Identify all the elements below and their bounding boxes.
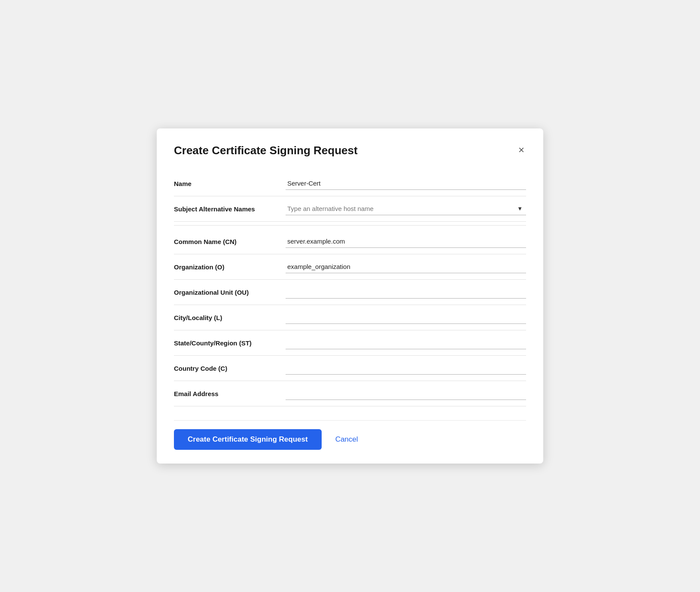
country-input[interactable] <box>286 362 526 375</box>
country-input-wrapper <box>286 362 526 375</box>
san-label: Subject Alternative Names <box>174 205 286 213</box>
name-input-wrapper <box>286 177 526 190</box>
san-chevron-icon[interactable]: ▼ <box>514 204 526 214</box>
dialog-title: Create Certificate Signing Request <box>174 144 358 157</box>
country-row: Country Code (C) <box>174 356 526 381</box>
dialog-header: Create Certificate Signing Request × <box>174 144 526 157</box>
close-button[interactable]: × <box>517 145 526 155</box>
org-unit-input[interactable] <box>286 286 526 299</box>
state-label: State/County/Region (ST) <box>174 339 286 347</box>
org-unit-input-wrapper <box>286 286 526 299</box>
san-input-wrapper: ▼ <box>286 202 526 215</box>
country-label: Country Code (C) <box>174 365 286 372</box>
state-input[interactable] <box>286 336 526 349</box>
san-dropdown-wrapper: ▼ <box>286 202 526 215</box>
org-unit-row: Organizational Unit (OU) <box>174 280 526 305</box>
san-input[interactable] <box>286 202 514 215</box>
organization-input-wrapper <box>286 260 526 273</box>
org-unit-label: Organizational Unit (OU) <box>174 289 286 296</box>
common-name-input[interactable] <box>286 235 526 248</box>
city-row: City/Locality (L) <box>174 305 526 330</box>
csr-form: Name Subject Alternative Names ▼ Common … <box>174 171 526 406</box>
state-input-wrapper <box>286 336 526 349</box>
san-row: Subject Alternative Names ▼ <box>174 196 526 222</box>
city-input[interactable] <box>286 311 526 324</box>
common-name-label: Common Name (CN) <box>174 238 286 245</box>
submit-button[interactable]: Create Certificate Signing Request <box>174 429 322 450</box>
section-divider <box>174 225 526 226</box>
city-label: City/Locality (L) <box>174 314 286 321</box>
state-row: State/County/Region (ST) <box>174 330 526 356</box>
organization-label: Organization (O) <box>174 263 286 271</box>
common-name-row: Common Name (CN) <box>174 229 526 254</box>
email-input-wrapper <box>286 387 526 400</box>
email-label: Email Address <box>174 390 286 397</box>
name-label: Name <box>174 180 286 187</box>
email-input[interactable] <box>286 387 526 400</box>
dialog-footer: Create Certificate Signing Request Cance… <box>174 420 526 450</box>
city-input-wrapper <box>286 311 526 324</box>
name-input[interactable] <box>286 177 526 190</box>
organization-row: Organization (O) <box>174 254 526 280</box>
organization-input[interactable] <box>286 260 526 273</box>
cancel-button[interactable]: Cancel <box>332 429 362 450</box>
common-name-input-wrapper <box>286 235 526 248</box>
create-csr-dialog: Create Certificate Signing Request × Nam… <box>157 128 543 464</box>
name-row: Name <box>174 171 526 196</box>
email-row: Email Address <box>174 381 526 406</box>
